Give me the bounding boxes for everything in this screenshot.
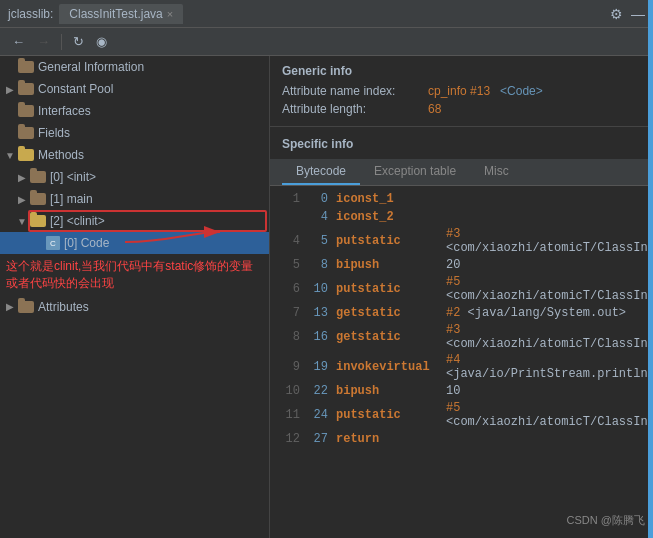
code-tab-bar: Bytecode Exception table Misc <box>270 159 653 186</box>
sidebar-item-label: [0] <init> <box>50 170 96 184</box>
stop-button[interactable]: ◉ <box>92 32 111 51</box>
sidebar-item-attributes[interactable]: ▶ Attributes <box>0 296 269 318</box>
attr-name-row: Attribute name index: cp_info #13 <Code> <box>282 84 641 98</box>
file-icon: C <box>46 236 60 250</box>
generic-info-title: Generic info <box>282 64 641 78</box>
divider <box>270 126 653 127</box>
back-button[interactable]: ← <box>8 32 29 51</box>
attr-length-label: Attribute length: <box>282 102 422 116</box>
sidebar-item-clinit[interactable]: ▼ [2] <clinit> <box>0 210 269 232</box>
bytecode-area[interactable]: 1 0 iconst_1 4 iconst_2 4 5 putstatic #3… <box>270 186 653 538</box>
sidebar-item-label: Methods <box>38 148 84 162</box>
file-tab[interactable]: ClassInitTest.java × <box>59 4 183 24</box>
accent-bar <box>648 0 653 538</box>
refresh-button[interactable]: ↻ <box>69 32 88 51</box>
tab-exception-table[interactable]: Exception table <box>360 159 470 185</box>
sidebar-item-methods[interactable]: ▼ Methods <box>0 144 269 166</box>
clinit-wrapper: ▼ [2] <clinit> <box>0 210 269 232</box>
sidebar-item-main[interactable]: ▶ [1] main <box>0 188 269 210</box>
forward-button[interactable]: → <box>33 32 54 51</box>
attr-name-value: cp_info #13 <box>428 84 490 98</box>
table-row: 12 27 return <box>270 430 653 448</box>
title-bar: jclasslib: ClassInitTest.java × ⚙ — <box>0 0 653 28</box>
table-row: 9 19 invokevirtual #4 <java/io/PrintStre… <box>270 352 653 382</box>
table-row: 8 16 getstatic #3 <com/xiaozhi/atomicT/C… <box>270 322 653 352</box>
watermark: CSDN @陈腾飞 <box>567 513 645 528</box>
tab-bytecode[interactable]: Bytecode <box>282 159 360 185</box>
specific-info-title: Specific info <box>282 137 641 151</box>
sidebar-item-general-info[interactable]: General Information <box>0 56 269 78</box>
tab-misc[interactable]: Misc <box>470 159 523 185</box>
table-row: 11 24 putstatic #5 <com/xiaozhi/atomicT/… <box>270 400 653 430</box>
toolbar-separator <box>61 34 62 50</box>
generic-info-section: Generic info Attribute name index: cp_in… <box>270 56 653 124</box>
sidebar-item-label: Constant Pool <box>38 82 113 96</box>
table-row: 4 5 putstatic #3 <com/xiaozhi/atomicT/Cl… <box>270 226 653 256</box>
sidebar: General Information ▶ Constant Pool Inte… <box>0 56 270 538</box>
toolbar: ← → ↻ ◉ <box>0 28 653 56</box>
sidebar-item-label: Interfaces <box>38 104 91 118</box>
folder-icon <box>30 171 46 183</box>
sidebar-item-label: [0] Code <box>64 236 109 250</box>
folder-icon <box>18 127 34 139</box>
sidebar-item-init[interactable]: ▶ [0] <init> <box>0 166 269 188</box>
folder-icon <box>18 105 34 117</box>
sidebar-item-label: [2] <clinit> <box>50 214 105 228</box>
right-panel: Generic info Attribute name index: cp_in… <box>270 56 653 538</box>
sidebar-item-interfaces[interactable]: Interfaces <box>0 100 269 122</box>
expand-icon: ▶ <box>4 301 16 313</box>
expand-icon: ▼ <box>16 215 28 227</box>
folder-icon <box>18 83 34 95</box>
table-row: 5 8 bipush 20 <box>270 256 653 274</box>
specific-info-section: Specific info <box>270 129 653 159</box>
attr-length-value: 68 <box>428 102 441 116</box>
expand-icon: ▼ <box>4 149 16 161</box>
expand-icon: ▶ <box>16 171 28 183</box>
folder-icon <box>30 193 46 205</box>
sidebar-item-label: General Information <box>38 60 144 74</box>
minimize-icon[interactable]: — <box>631 6 645 22</box>
gear-icon[interactable]: ⚙ <box>610 6 623 22</box>
table-row: 7 13 getstatic #2 <java/lang/System.out> <box>270 304 653 322</box>
sidebar-item-label: Attributes <box>38 300 89 314</box>
folder-icon <box>18 61 34 73</box>
tab-close-icon[interactable]: × <box>167 8 173 20</box>
expand-icon: ▶ <box>4 83 16 95</box>
sidebar-item-constant-pool[interactable]: ▶ Constant Pool <box>0 78 269 100</box>
sidebar-item-code[interactable]: C [0] Code <box>0 232 269 254</box>
folder-open-icon <box>30 215 46 227</box>
folder-icon <box>18 301 34 313</box>
expand-icon: ▶ <box>16 193 28 205</box>
annotation-text: 这个就是clinit,当我们代码中有static修饰的变量或者代码快的会出现 <box>0 254 269 296</box>
sidebar-item-label: Fields <box>38 126 70 140</box>
folder-open-icon <box>18 149 34 161</box>
attr-length-row: Attribute length: 68 <box>282 102 641 116</box>
attr-name-label: Attribute name index: <box>282 84 422 98</box>
table-row: 6 10 putstatic #5 <com/xiaozhi/atomicT/C… <box>270 274 653 304</box>
sidebar-item-fields[interactable]: Fields <box>0 122 269 144</box>
table-row: 4 iconst_2 <box>270 208 653 226</box>
table-row: 1 0 iconst_1 <box>270 190 653 208</box>
attr-name-extra: <Code> <box>500 84 543 98</box>
table-row: 10 22 bipush 10 <box>270 382 653 400</box>
app-name: jclasslib: <box>8 7 53 21</box>
sidebar-item-label: [1] main <box>50 192 93 206</box>
